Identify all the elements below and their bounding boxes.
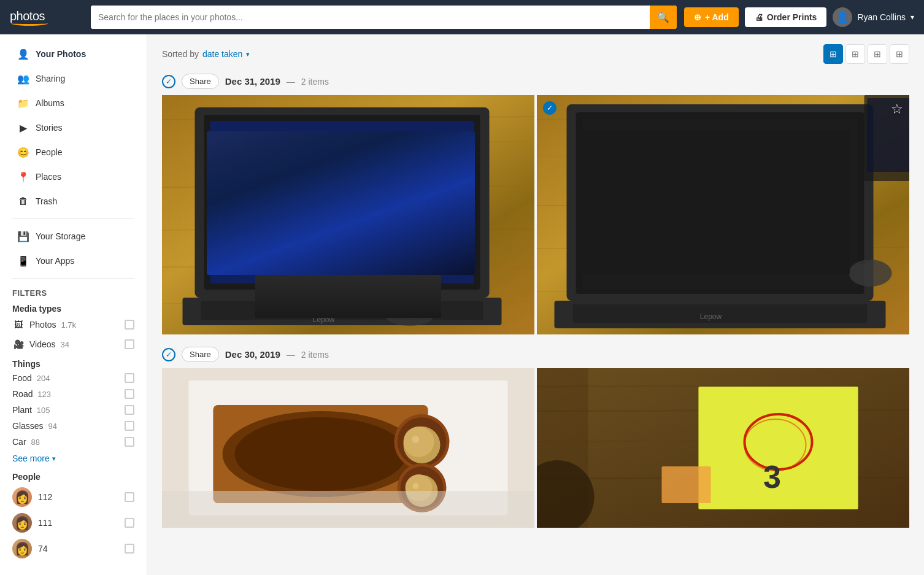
svg-rect-28	[582, 118, 858, 289]
svg-rect-67	[162, 491, 534, 528]
date-label-dec30: Dec 30, 2019	[225, 349, 280, 360]
sidebar-item-albums[interactable]: 📁 Albums	[5, 91, 142, 115]
view-controls: ⊞ ⊞ ⊞ ⊞	[823, 44, 909, 64]
photo-grid-dec31: user@linux:~/pack/spack $ user@linux:~/p…	[162, 95, 909, 334]
app-header: photos 🔍 ⊕ + Add 🖨 Order Prints 👤 Ryan C…	[0, 0, 924, 34]
sort-control[interactable]: Sorted by date taken ▾	[162, 49, 250, 59]
svg-text:21:47    They had a deal, $10 : 21:47 They had a deal, $10 off.	[588, 158, 691, 164]
header-actions: ⊕ + Add 🖨 Order Prints 👤 Ryan Collins ▾	[684, 7, 914, 27]
svg-line-69	[537, 385, 909, 387]
avatar: 👤	[833, 7, 852, 27]
svg-text:21:47    I ended up having one: 21:47 I ended up having one of these fri…	[588, 149, 781, 155]
view-medium-grid-button[interactable]: ⊞	[845, 44, 865, 64]
search-input[interactable]	[91, 6, 650, 29]
photo-item-laptop-blue[interactable]: user@linux:~/pack/spack $ user@linux:~/p…	[162, 95, 534, 334]
view-list-button[interactable]: ⊞	[890, 44, 909, 64]
see-more-button[interactable]: See more ▾	[0, 450, 147, 467]
search-button[interactable]: 🔍	[650, 6, 677, 29]
date-header-dec30: ✓ Share Dec 30, 2019 — 2 items	[162, 347, 909, 362]
svg-text:10:31  ATMEL 1284P - Working k: 10:31 ATMEL 1284P - Working keyboard. I …	[588, 201, 795, 207]
things-item-car[interactable]: Car 88	[0, 434, 147, 450]
sidebar-item-label-your-photos: Your Photos	[36, 49, 86, 59]
photo-svg-1: user@linux:~/pack/spack $ user@linux:~/p…	[162, 95, 534, 334]
things-road-checkbox[interactable]	[125, 389, 134, 399]
filter-item-photos[interactable]: 🖼 Photos 1.7k	[0, 315, 147, 334]
view-small-grid-button[interactable]: ⊞	[868, 44, 887, 64]
sidebar: 👤 Your Photos 👥 Sharing 📁 Albums ▶ Stori…	[0, 34, 147, 575]
person-1-checkbox[interactable]	[125, 492, 134, 502]
person-2-checkbox[interactable]	[125, 518, 134, 528]
things-car-checkbox[interactable]	[125, 437, 134, 447]
person-face-icon-2: 👩	[15, 515, 30, 530]
content-header: Sorted by date taken ▾ ⊞ ⊞ ⊞ ⊞	[162, 44, 909, 64]
main-content: Sorted by date taken ▾ ⊞ ⊞ ⊞ ⊞	[147, 34, 924, 575]
svg-text:user@linux:~/pack/spack $: user@linux:~/pack/spack $	[220, 138, 321, 146]
photo-item-laptop-terminal[interactable]: ✓	[537, 95, 909, 334]
person-3-checkbox[interactable]	[125, 544, 134, 554]
svg-rect-17	[201, 301, 483, 320]
svg-text:10:35  and I've tested working: 10:35 and I've tested working and saved …	[588, 218, 788, 224]
add-button[interactable]: ⊕ + Add	[684, 7, 739, 27]
people-icon: 😊	[17, 146, 29, 158]
person-face-icon-1: 👩	[15, 490, 30, 504]
photo-star-2[interactable]: ☆	[891, 101, 903, 117]
sidebar-item-label-places: Places	[36, 172, 61, 182]
view-large-grid-button[interactable]: ⊞	[823, 44, 843, 64]
medium-grid-icon: ⊞	[852, 49, 859, 59]
photo-svg-food	[162, 368, 534, 528]
things-item-plant[interactable]: Plant 105	[0, 402, 147, 418]
svg-text:10:35    Simple Item URL for e: 10:35 Simple Item URL for eBay.	[588, 226, 691, 233]
svg-text:20:52 The shortcut started tra: 20:52 The shortcut started tracking. Tur…	[588, 132, 795, 138]
avatar-icon: 👤	[836, 10, 849, 24]
your-photos-icon: 👤	[17, 48, 29, 60]
things-item-food[interactable]: Food 204	[0, 370, 147, 386]
sidebar-divider-2	[12, 278, 134, 279]
date-select-dec31[interactable]: ✓	[162, 75, 175, 88]
things-item-glasses[interactable]: Glasses 94	[0, 418, 147, 434]
things-glasses-checkbox[interactable]	[125, 421, 134, 431]
photo-item-food[interactable]	[162, 368, 534, 528]
person-item-1[interactable]: 👩 112	[0, 484, 147, 510]
photo-check-2[interactable]: ✓	[543, 101, 556, 115]
person-avatar-3: 👩	[12, 539, 32, 558]
sidebar-item-apps[interactable]: 📱 Your Apps	[5, 249, 142, 273]
sidebar-item-trash[interactable]: 🗑 Trash	[5, 189, 142, 214]
person-item-3[interactable]: 👩 74	[0, 536, 147, 561]
filter-item-videos[interactable]: 🎥 Videos 34	[0, 334, 147, 354]
sidebar-item-places[interactable]: 📍 Places	[5, 164, 142, 189]
share-button-dec30[interactable]: Share	[182, 347, 219, 362]
date-count-dec31: 2 items	[301, 77, 329, 87]
person-item-2[interactable]: 👩 111	[0, 510, 147, 536]
photo-item-note[interactable]: 3	[537, 368, 909, 528]
search-bar: 🔍	[91, 6, 677, 29]
sidebar-item-your-photos[interactable]: 👤 Your Photos	[5, 42, 142, 66]
order-prints-button[interactable]: 🖨 Order Prints	[745, 7, 827, 27]
things-item-road[interactable]: Road 123	[0, 386, 147, 402]
photos-filter-checkbox[interactable]	[125, 320, 134, 330]
person-avatar-2: 👩	[12, 513, 32, 533]
logo-smile	[11, 21, 48, 26]
stories-icon: ▶	[17, 122, 29, 134]
svg-text:Lepow: Lepow	[313, 315, 335, 324]
sidebar-item-people[interactable]: 😊 People	[5, 140, 142, 164]
videos-filter-checkbox[interactable]	[125, 339, 134, 349]
user-name: Ryan Collins	[857, 12, 906, 22]
date-count-dec30: 2 items	[301, 350, 329, 360]
user-menu[interactable]: 👤 Ryan Collins ▾	[833, 7, 914, 27]
sidebar-item-stories[interactable]: ▶ Stories	[5, 115, 142, 140]
things-food-checkbox[interactable]	[125, 373, 134, 383]
svg-text:user@linux:~/pack/spack $: user@linux:~/pack/spack $	[220, 148, 321, 156]
sidebar-item-storage[interactable]: 💾 Your Storage	[5, 224, 142, 249]
things-plant-checkbox[interactable]	[125, 405, 134, 415]
date-select-dec30[interactable]: ✓	[162, 348, 175, 361]
share-button-dec31[interactable]: Share	[182, 74, 219, 89]
svg-rect-11	[210, 121, 474, 284]
sort-chevron-icon: ▾	[246, 50, 250, 58]
apps-icon: 📱	[17, 255, 29, 267]
svg-rect-7	[195, 107, 490, 298]
svg-rect-9	[210, 121, 474, 284]
sidebar-item-sharing[interactable]: 👥 Sharing	[5, 66, 142, 91]
svg-rect-26	[567, 104, 874, 301]
svg-rect-10	[210, 121, 474, 284]
date-label-dec31: Dec 31, 2019	[225, 76, 280, 87]
